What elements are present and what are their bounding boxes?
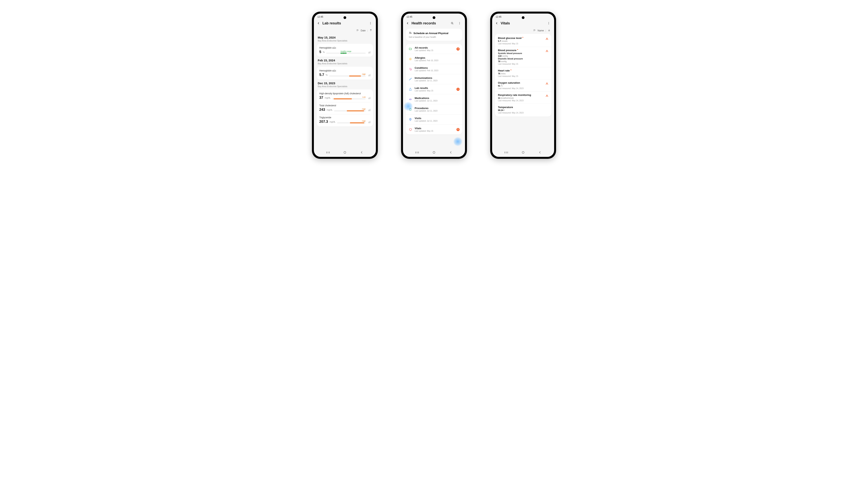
sort-bar: Date |: [314, 28, 376, 34]
lab-item[interactable]: Triglyceride207.3mg/dLHigh: [319, 114, 370, 124]
filter-icon[interactable]: [533, 29, 536, 32]
nav-back-button[interactable]: [538, 151, 542, 154]
back-button[interactable]: [317, 21, 320, 25]
home-button[interactable]: [521, 151, 525, 154]
record-item-medications[interactable]: MedicationsLast updated: Jul 11, 2023: [406, 94, 462, 104]
recents-button[interactable]: [326, 151, 330, 154]
lab-item-value: 5.7: [319, 73, 324, 77]
vital-item-blood-glucose-level[interactable]: Blood glucose level•5.7 mmol/LLast measu…: [495, 35, 551, 47]
vital-value: 5.7: [498, 40, 501, 42]
vital-title-text: Respiratory rate monitoring: [498, 94, 531, 96]
svg-point-18: [410, 59, 411, 60]
vitals-content[interactable]: Blood glucose level•5.7 mmol/LLast measu…: [492, 34, 554, 149]
lab-item[interactable]: High-density lipoprotein (hdl) cholester…: [319, 92, 370, 100]
lab-item-value: 243: [319, 108, 325, 112]
bar-chart-icon[interactable]: [368, 121, 370, 123]
nav-back-button[interactable]: [448, 151, 453, 154]
vital-item-oxygen-saturation[interactable]: Oxygen saturation91 %Last measured: May …: [495, 79, 551, 91]
promo-card[interactable]: Schedule an Annual Physical Get a baseli…: [406, 29, 462, 41]
lab-item-unit: mg/dL: [327, 109, 333, 111]
filter-icon[interactable]: [356, 29, 359, 32]
svg-point-2: [370, 24, 371, 24]
camera-dot: [433, 16, 435, 19]
nav-back-button[interactable]: [360, 151, 364, 154]
appbar-vitals: Vitals: [492, 19, 554, 28]
sort-arrow-down-icon[interactable]: [548, 29, 551, 32]
appbar-lab: Lab results: [314, 19, 376, 28]
back-button[interactable]: [406, 21, 410, 25]
sort-bar: Name |: [492, 28, 554, 34]
more-icon[interactable]: [368, 21, 373, 26]
lab-item-value: 207.3: [319, 120, 328, 124]
vital-last-measured: Last measured: May 15: [498, 42, 546, 45]
vital-last-measured: Last measured: May 15: [498, 75, 548, 77]
svg-line-23: [409, 58, 410, 58]
vital-item-respiratory-rate-monitoring[interactable]: Respiratory rate monitoring11 breaths/mi…: [495, 91, 551, 104]
lab-item-unit: mg/dL: [325, 97, 331, 99]
sort-label[interactable]: Date: [361, 29, 366, 32]
lab-group-header: Dec 15, 2023Bay Area Endocrine Specialis…: [317, 79, 373, 88]
lab-status-label: Healthy range: [340, 51, 351, 52]
record-item-sub: Last updated: Feb 10, 2023: [414, 69, 460, 72]
lab-card[interactable]: High-density lipoprotein (hdl) cholester…: [317, 90, 373, 126]
phone-vitals: 12:45 Vitals Name | Blood glucose level•…: [490, 11, 556, 159]
lab-card[interactable]: Hemoglobin a1c5%Healthy range: [317, 44, 373, 57]
lab-content[interactable]: May 15, 2024Bay Area Endocrine Specialis…: [314, 34, 376, 149]
more-icon[interactable]: [546, 21, 551, 26]
promo-title-text: Schedule an Annual Physical: [413, 32, 448, 35]
lab-group-provider: Bay Area Endocrine Specialists: [318, 85, 372, 88]
lab-item[interactable]: Hemoglobin a1c5%Healthy range: [319, 46, 370, 55]
record-badge: 4: [457, 47, 460, 51]
vital-item-heart-rate[interactable]: Heart rate•76 /minsLast measured: May 15: [495, 67, 551, 79]
record-item-lab-results[interactable]: Lab resultsLast updated: May 151: [406, 84, 462, 94]
records-content[interactable]: Schedule an Annual Physical Get a baseli…: [403, 28, 465, 149]
person-icon: [409, 31, 412, 35]
record-item-all-records[interactable]: All recordsLast updated: May 154: [406, 44, 462, 54]
record-item-procedures[interactable]: ProceduresLast updated: Jul 11, 2023: [406, 104, 462, 114]
home-button[interactable]: [432, 151, 436, 154]
stethoscope-icon: [408, 67, 412, 71]
svg-point-27: [411, 69, 412, 69]
sort-arrow-up-icon[interactable]: [369, 29, 372, 32]
bar-chart-icon[interactable]: [368, 51, 370, 54]
lab-card[interactable]: Hemoglobin a1c5.7%High: [317, 67, 373, 79]
bar-chart-icon[interactable]: [368, 108, 370, 111]
vital-title-text: Oxygen saturation: [498, 81, 520, 84]
record-item-title: Vitals: [414, 127, 454, 130]
record-item-vitals[interactable]: VitalsLast updated: May 155: [406, 124, 462, 134]
back-button[interactable]: [495, 21, 499, 25]
bar-chart-icon[interactable]: [368, 96, 370, 99]
lab-item-unit: %: [323, 51, 325, 53]
vital-value: 78: [498, 60, 500, 63]
recents-button[interactable]: [504, 151, 508, 154]
vital-line-label: Systolic blood pressure: [498, 52, 546, 55]
bar-chart-icon[interactable]: [368, 73, 370, 76]
flask-icon: [408, 87, 412, 91]
lab-item[interactable]: Total cholesterol243mg/dLHigh: [319, 102, 370, 112]
android-nav: [403, 149, 465, 157]
warning-icon: [546, 94, 548, 98]
record-item-allergies[interactable]: AllergiesLast updated: Feb 10, 2023: [406, 54, 462, 64]
more-icon[interactable]: [457, 21, 462, 26]
record-item-visits[interactable]: VisitsLast updated: Jul 11, 2023: [406, 114, 462, 124]
status-time: 12:45: [317, 15, 323, 18]
recents-button[interactable]: [415, 151, 420, 154]
sort-label[interactable]: Name: [538, 29, 544, 32]
vital-title-text: Temperature: [498, 106, 513, 109]
home-button[interactable]: [343, 151, 347, 154]
svg-point-10: [344, 152, 346, 154]
lab-group-date: May 15, 2024: [318, 36, 372, 39]
lab-item[interactable]: Hemoglobin a1c5.7%High: [319, 69, 370, 77]
vital-unit: %: [501, 85, 503, 87]
lab-status-label: High: [362, 120, 366, 122]
search-icon[interactable]: [450, 21, 455, 26]
vital-item-temperature[interactable]: Temperature98.24 FLast measured: May 14,…: [495, 104, 551, 116]
record-item-conditions[interactable]: ConditionsLast updated: Feb 10, 2023: [406, 64, 462, 74]
heart-icon: [408, 128, 412, 131]
record-badge: 5: [457, 128, 460, 131]
lab-status-label: Low: [362, 96, 366, 98]
vital-item-blood-pressure[interactable]: Blood pressure•Systolic blood pressure11…: [495, 47, 551, 67]
record-item-immunizations[interactable]: ImmunizationsLast updated: Jul 11, 2023: [406, 74, 462, 84]
lab-item-value: 5: [319, 50, 321, 54]
alert-dot-icon: •: [522, 37, 523, 38]
